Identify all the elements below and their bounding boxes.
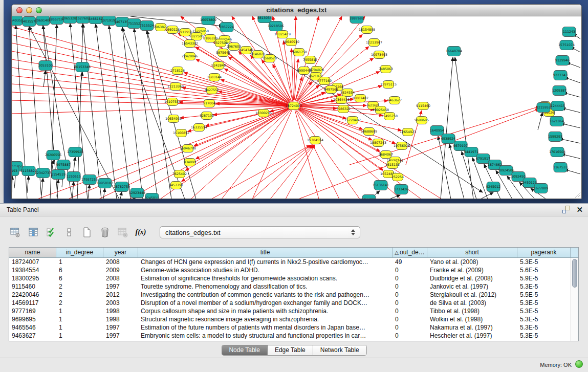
graph-node[interactable]: 934099 <box>184 159 196 166</box>
graph-node[interactable]: 17957255 <box>81 175 98 185</box>
graph-node[interactable]: 20364436 <box>333 96 350 104</box>
graph-node[interactable]: 18807243 <box>370 139 386 147</box>
graph-node[interactable]: 1644091 <box>362 195 376 199</box>
tab-network-table[interactable]: Network Table <box>313 345 366 355</box>
graph-node[interactable]: 1244415 <box>551 101 565 111</box>
table-row[interactable]: 969969511998Structural magnetic resonanc… <box>9 315 578 323</box>
graph-node[interactable]: 20153346 <box>74 62 91 72</box>
graph-node[interactable]: 12213967 <box>366 39 382 47</box>
graph-node[interactable]: 15720407 <box>344 117 361 124</box>
graph-node[interactable]: 16961758 <box>291 49 307 56</box>
graph-node[interactable]: 17016504 <box>549 147 565 157</box>
graph-node[interactable]: 16648784 <box>446 47 462 56</box>
graph-node[interactable]: 9457791 <box>169 182 183 189</box>
graph-node[interactable]: 22420046 <box>182 53 198 60</box>
float-panel-icon[interactable] <box>562 206 570 213</box>
zoom-window-button[interactable] <box>36 7 42 13</box>
graph-node[interactable]: 12923448 <box>129 188 145 198</box>
table-mode-icon[interactable] <box>9 226 21 238</box>
graph-node[interactable]: 9441971 <box>464 147 478 157</box>
graph-node[interactable]: 9242848 <box>211 62 226 70</box>
network-window-titlebar[interactable]: citations_edges.txt <box>12 5 581 16</box>
column-header-pagerank[interactable]: pagerank <box>517 248 571 257</box>
table-row[interactable]: 1456911722003Disruption of a novel membe… <box>9 299 578 307</box>
column-header-year[interactable]: year <box>103 248 138 257</box>
graph-node[interactable]: 7986322 <box>336 105 351 113</box>
graph-node[interactable]: 9875645 <box>216 49 230 57</box>
graph-node[interactable]: 19384554 <box>307 137 323 144</box>
graph-node[interactable]: 9245012 <box>486 182 500 192</box>
graph-node[interactable]: 9115460 <box>416 102 430 110</box>
graph-node[interactable]: 9327505 <box>189 33 204 40</box>
graph-node[interactable]: 18640910 <box>283 38 299 46</box>
table-scrollbar[interactable] <box>571 258 578 341</box>
graph-node[interactable]: 8990443 <box>297 67 311 75</box>
graph-node[interactable]: 7857224 <box>220 23 234 32</box>
graph-node[interactable]: 2603144 <box>207 74 222 81</box>
graph-node[interactable]: 15751074 <box>558 40 575 50</box>
graph-node[interactable]: 7955812 <box>303 56 317 64</box>
graph-node[interactable]: 12654923 <box>400 128 416 136</box>
graph-node[interactable]: 18325419 <box>274 31 291 38</box>
graph-node[interactable]: 1209387 <box>552 86 567 96</box>
table-row[interactable]: 1830029562008Estimation of significance … <box>9 274 578 282</box>
graph-node[interactable]: 252254 <box>391 173 404 181</box>
delete-table-icon[interactable] <box>117 226 129 238</box>
minimize-window-button[interactable] <box>26 7 32 13</box>
table-selector-dropdown[interactable]: citations_edges.txt <box>160 226 360 238</box>
graph-node[interactable]: 3824554 <box>340 89 355 97</box>
graph-node[interactable]: 10973493 <box>371 51 387 59</box>
graph-node[interactable]: 7625402 <box>172 170 187 178</box>
graph-node[interactable]: 2053100 <box>38 61 53 71</box>
graph-node[interactable]: 2718126 <box>170 67 185 75</box>
network-canvas-svg[interactable]: 7963822966012899129571522605893275058186… <box>12 16 581 199</box>
graph-node[interactable]: 19958187 <box>97 179 113 188</box>
graph-node[interactable]: 9975887 <box>56 160 71 170</box>
graph-node[interactable]: 751552 <box>127 19 141 29</box>
table-row[interactable]: 1938455462009Genome-wide association stu… <box>9 266 578 274</box>
tab-node-table[interactable]: Node Table <box>222 345 268 355</box>
function-builder-icon[interactable]: f(x) <box>135 226 147 238</box>
network-view-canvas[interactable]: 7963822966012899129571522605893275058186… <box>12 16 581 199</box>
graph-node[interactable]: 8215953 <box>536 103 551 113</box>
graph-node[interactable]: 9777169 <box>317 77 332 85</box>
graph-node[interactable]: 1527602 <box>76 16 90 24</box>
graph-node[interactable]: 7485063 <box>379 65 393 73</box>
table-row[interactable]: 946362711997Embryonic stem cells: a mode… <box>9 332 578 340</box>
graph-node[interactable]: 917004 <box>203 100 215 107</box>
graph-node[interactable]: 16154808 <box>359 26 375 34</box>
graph-node[interactable]: 1568520 <box>263 55 277 62</box>
window-resize-grip[interactable] <box>574 191 581 198</box>
graph-node[interactable]: 6497568 <box>324 86 338 94</box>
graph-node[interactable]: 1621064 <box>550 117 564 126</box>
close-panel-icon[interactable]: ✕ <box>576 206 583 213</box>
column-header-name[interactable]: name <box>9 248 56 257</box>
column-header-short[interactable]: short <box>427 248 517 257</box>
graph-node[interactable]: 1615132 <box>385 161 400 169</box>
tab-edge-table[interactable]: Edge Table <box>268 345 313 355</box>
graph-node[interactable]: 9227343 <box>553 71 568 80</box>
graph-node[interactable]: 1154519 <box>51 170 66 180</box>
graph-node[interactable]: 111243 <box>562 27 576 37</box>
graph-node[interactable]: 39193 <box>12 166 19 176</box>
graph-node[interactable]: 16053809 <box>200 16 216 25</box>
select-all-icon[interactable] <box>45 226 57 238</box>
graph-node[interactable]: 15166852 <box>173 129 189 137</box>
graph-node[interactable]: 1167533 <box>553 163 568 172</box>
create-table-icon[interactable] <box>81 226 93 238</box>
table-row[interactable]: 1872400712008Changes of HCN gene express… <box>9 258 578 266</box>
graph-node[interactable]: 9245011 <box>145 193 159 199</box>
graph-node[interactable]: 10654933 <box>165 115 182 123</box>
table-row[interactable]: 2242004622012Investigating the contribut… <box>9 291 578 299</box>
graph-node[interactable]: 19218506 <box>268 21 284 31</box>
graph-node[interactable]: 12975115 <box>380 81 397 89</box>
graph-node[interactable]: 9660128 <box>165 26 180 34</box>
table-row[interactable]: 977716911998Corpus callosum shape and si… <box>9 307 578 315</box>
column-header-out_de[interactable]: △out_de… <box>393 248 427 257</box>
table-row[interactable]: 946554611997Estimation of the future num… <box>9 323 578 332</box>
graph-node[interactable]: 10807487 <box>352 95 368 102</box>
close-window-button[interactable] <box>16 7 23 13</box>
graph-node[interactable]: 3267130 <box>200 112 214 120</box>
graph-node[interactable]: 6938924 <box>441 134 455 144</box>
show-columns-icon[interactable] <box>27 226 39 238</box>
